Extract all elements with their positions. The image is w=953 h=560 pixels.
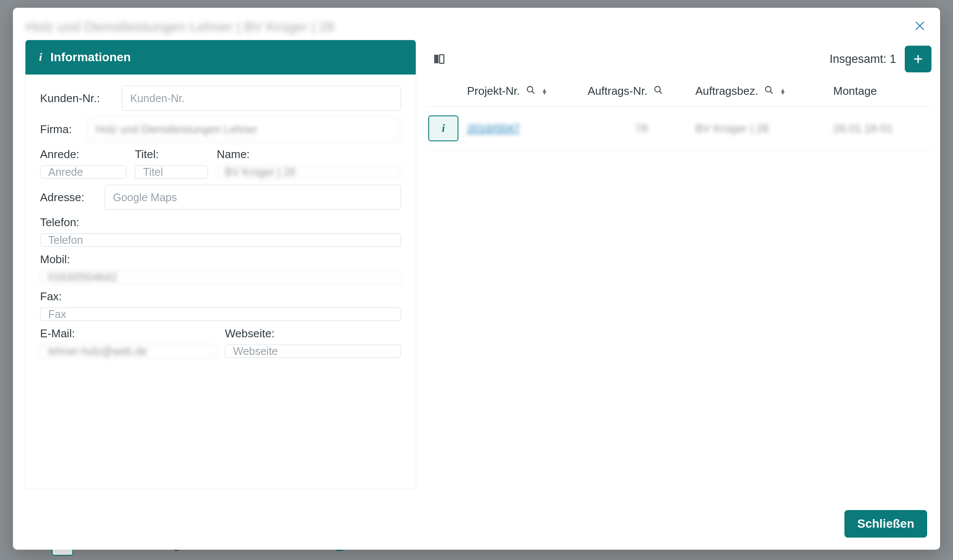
- th-montage: Montage: [833, 84, 898, 98]
- input-anrede[interactable]: [40, 165, 126, 179]
- info-form: Kunden-Nr.: Firma: Anrede: Titel:: [25, 75, 416, 371]
- field-firma: Firma:: [40, 117, 401, 142]
- modal-title: Holz und Dienstleistungen Lehner | BV Kr…: [26, 19, 334, 35]
- svg-point-12: [766, 87, 771, 92]
- modal-footer: Schließen: [13, 500, 940, 550]
- svg-line-9: [532, 91, 535, 94]
- input-fax[interactable]: [40, 308, 401, 321]
- total-count: 1: [890, 53, 896, 65]
- cell-bez: BV Krüger | 28: [695, 122, 833, 135]
- th-auftrags-nr: Auftrags-Nr.: [588, 84, 695, 98]
- label-email: E-Mail:: [40, 327, 216, 340]
- svg-point-8: [527, 87, 533, 92]
- info-panel-header: i Informationen: [25, 40, 416, 75]
- columns-icon[interactable]: [432, 52, 446, 66]
- customer-modal: Holz und Dienstleistungen Lehner | BV Kr…: [13, 8, 940, 550]
- add-button[interactable]: [905, 46, 931, 72]
- label-fax: Fax:: [40, 290, 401, 303]
- label-name: Name:: [217, 148, 401, 161]
- input-telefon[interactable]: [40, 233, 401, 247]
- svg-rect-4: [434, 55, 439, 63]
- search-icon[interactable]: [654, 84, 663, 98]
- info-icon: i: [37, 51, 44, 63]
- label-adresse: Adresse:: [40, 191, 96, 204]
- label-titel: Titel:: [135, 148, 208, 161]
- search-icon[interactable]: [764, 84, 774, 98]
- input-mobil[interactable]: [40, 271, 401, 284]
- th-projekt-nr: Projekt-Nr. ▲▼: [467, 84, 588, 98]
- field-kunden-nr: Kunden-Nr.:: [40, 86, 401, 111]
- label-firma: Firma:: [40, 123, 79, 136]
- svg-rect-5: [439, 55, 444, 63]
- row-info-button[interactable]: i: [428, 115, 458, 141]
- total-label: Insgesamt: 1: [829, 53, 896, 66]
- label-anrede: Anrede:: [40, 148, 126, 161]
- projects-panel: Insgesamt: 1 Projekt-Nr. ▲▼ Auftrags-Nr.: [428, 40, 931, 500]
- cell-auftrag: 78: [588, 122, 695, 135]
- info-panel: i Informationen Kunden-Nr.: Firma: Anred…: [25, 40, 416, 489]
- svg-line-11: [659, 91, 662, 94]
- th-auftragsbez: Auftragsbez. ▲▼: [695, 84, 833, 98]
- info-panel-title: Informationen: [50, 50, 131, 64]
- label-webseite: Webseite:: [225, 327, 401, 340]
- modal-header: Holz und Dienstleistungen Lehner | BV Kr…: [13, 8, 940, 40]
- field-mobil: Mobil:: [40, 253, 401, 284]
- field-adresse: Adresse:: [40, 185, 401, 210]
- input-adresse[interactable]: [105, 185, 401, 210]
- table-row: i 2016/0047 78 BV Krüger | 28 26.01.18-0…: [428, 107, 931, 150]
- input-titel[interactable]: [135, 165, 208, 179]
- sort-icon[interactable]: ▲▼: [542, 89, 548, 94]
- field-telefon: Telefon:: [40, 216, 401, 247]
- sort-icon[interactable]: ▲▼: [780, 89, 786, 94]
- input-webseite[interactable]: [225, 345, 401, 358]
- label-mobil: Mobil:: [40, 253, 401, 266]
- input-kunden-nr[interactable]: [122, 86, 401, 111]
- cell-projekt[interactable]: 2016/0047: [467, 122, 588, 135]
- modal-body: i Informationen Kunden-Nr.: Firma: Anred…: [13, 40, 940, 500]
- row-email-webseite: E-Mail: Webseite:: [40, 327, 401, 358]
- search-icon[interactable]: [526, 84, 536, 98]
- label-telefon: Telefon:: [40, 216, 401, 229]
- close-icon[interactable]: [913, 18, 927, 35]
- svg-point-10: [654, 87, 660, 92]
- table-header: Projekt-Nr. ▲▼ Auftrags-Nr. Auftragsbez.…: [428, 78, 931, 107]
- projects-toolbar: Insgesamt: 1: [428, 40, 931, 78]
- field-fax: Fax:: [40, 290, 401, 321]
- cell-montage: 26.01.18-01: [833, 122, 898, 135]
- row-anrede-titel-name: Anrede: Titel: Name:: [40, 148, 401, 179]
- input-firma[interactable]: [87, 117, 401, 142]
- close-button[interactable]: Schließen: [844, 510, 927, 538]
- svg-line-13: [770, 91, 773, 94]
- label-kunden-nr: Kunden-Nr.:: [40, 92, 113, 105]
- input-email[interactable]: [40, 345, 216, 358]
- input-name[interactable]: [217, 165, 401, 179]
